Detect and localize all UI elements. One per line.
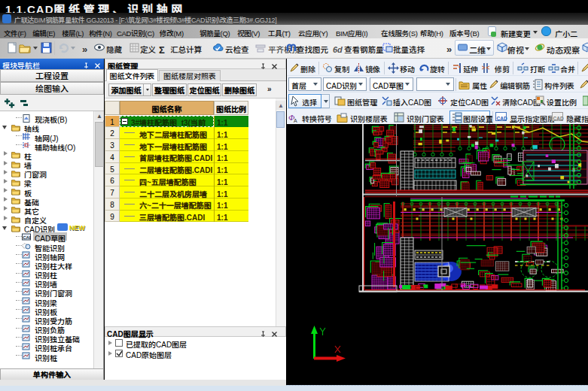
svg-text:CAD: CAD [23,235,31,239]
svg-text:A: A [294,118,297,123]
